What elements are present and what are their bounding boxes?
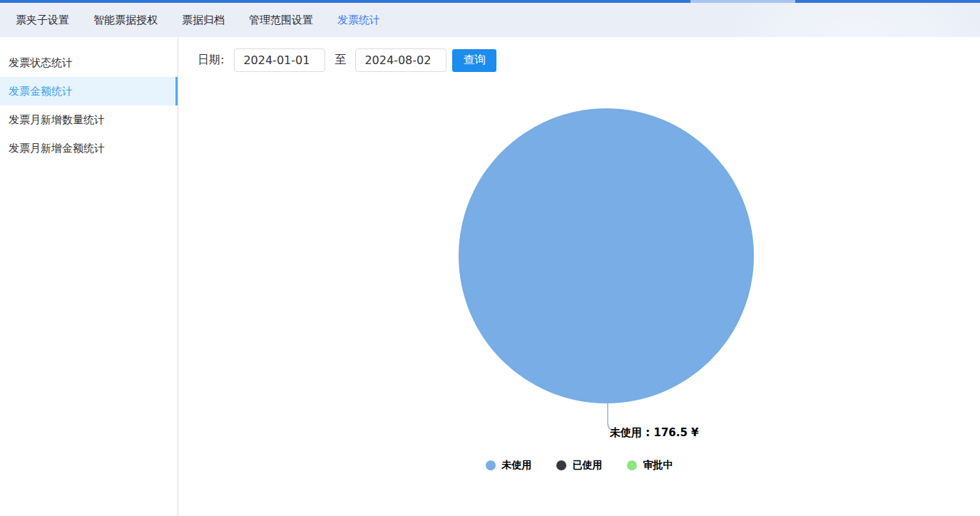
tab-bill-archive[interactable]: 票据归档 bbox=[173, 14, 233, 27]
legend-item-approving[interactable]: 审批中 bbox=[627, 459, 673, 472]
top-progress-thumb bbox=[690, 0, 795, 3]
date-filter-row: 日期: 至 查询 bbox=[198, 48, 496, 72]
chart-legend: 未使用 已使用 审批中 bbox=[178, 459, 980, 472]
query-button[interactable]: 查询 bbox=[452, 49, 496, 72]
legend-label-used: 已使用 bbox=[573, 459, 603, 472]
pie-slice-unused[interactable] bbox=[459, 108, 754, 403]
tab-smart-bill-authorization[interactable]: 智能票据授权 bbox=[85, 14, 166, 27]
sidebar: 发票状态统计 发票金额统计 发票月新增数量统计 发票月新增金额统计 bbox=[0, 37, 178, 516]
legend-item-used[interactable]: 已使用 bbox=[556, 459, 603, 472]
top-progress-bar bbox=[0, 0, 980, 3]
pie-callout-label: 未使用 : 176.5 ¥ bbox=[610, 426, 699, 440]
legend-item-unused[interactable]: 未使用 bbox=[486, 459, 532, 472]
sidebar-item-invoice-amount-stats[interactable]: 发票金额统计 bbox=[0, 77, 178, 105]
tab-folder-settings[interactable]: 票夹子设置 bbox=[7, 14, 78, 27]
sidebar-item-invoice-status-stats[interactable]: 发票状态统计 bbox=[0, 48, 178, 77]
legend-dot-unused-icon bbox=[486, 460, 496, 470]
tab-invoice-statistics[interactable]: 发票统计 bbox=[329, 14, 389, 27]
sidebar-item-monthly-new-amount-stats[interactable]: 发票月新增金额统计 bbox=[0, 134, 178, 162]
main-content: 日期: 至 查询 未使用 : 176.5 ¥ 未使用 已使用 审批中 bbox=[178, 37, 980, 516]
start-date-input[interactable] bbox=[234, 48, 325, 72]
end-date-input[interactable] bbox=[355, 48, 446, 72]
sidebar-item-monthly-new-count-stats[interactable]: 发票月新增数量统计 bbox=[0, 105, 178, 134]
date-range-separator: 至 bbox=[335, 53, 346, 68]
legend-label-approving: 审批中 bbox=[643, 459, 673, 472]
top-navigation: 票夹子设置 智能票据授权 票据归档 管理范围设置 发票统计 bbox=[0, 3, 980, 37]
legend-dot-approving-icon bbox=[627, 460, 637, 470]
legend-dot-used-icon bbox=[556, 460, 566, 470]
date-label: 日期: bbox=[198, 53, 224, 68]
legend-label-unused: 未使用 bbox=[502, 459, 532, 472]
tab-management-scope-settings[interactable]: 管理范围设置 bbox=[240, 14, 322, 27]
